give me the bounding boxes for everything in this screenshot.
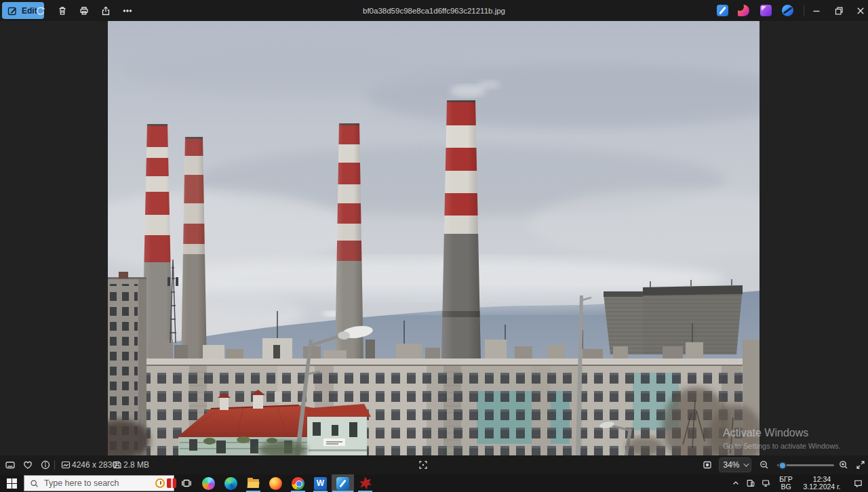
photo-image[interactable] (108, 21, 760, 455)
statusbar-divider (54, 460, 55, 470)
taskbar-item-photos[interactable] (332, 474, 354, 492)
blue-slash-app-icon[interactable] (782, 5, 793, 16)
taskbar-item-photo-editor[interactable] (354, 474, 376, 492)
taskbar-item-edge[interactable] (220, 474, 242, 492)
filmstrip-toggle-button[interactable] (1, 457, 19, 473)
language-indicator[interactable]: БГР BG (774, 474, 797, 492)
minimize-button[interactable] (806, 0, 827, 21)
info-icon (40, 459, 51, 470)
word-icon: W (314, 477, 327, 490)
purple-app-icon[interactable] (760, 5, 772, 16)
titlebar: Edit bf0a38d59c98e8ca1d6 (0, 0, 868, 21)
taskbar-item-firefox[interactable] (264, 474, 287, 492)
minimize-icon (811, 5, 822, 16)
firefox-icon (269, 477, 282, 490)
tray-device-icon-button[interactable] (743, 474, 758, 492)
close-icon (855, 5, 866, 16)
language-code-bottom: BG (779, 483, 793, 491)
restore-button[interactable] (829, 0, 849, 21)
task-view-icon (180, 477, 193, 489)
close-button[interactable] (850, 0, 868, 21)
tray-overflow-chevron[interactable] (728, 474, 743, 492)
photos-icon (336, 477, 349, 490)
zoom-level-dropdown[interactable]: 34% (719, 457, 751, 472)
tray-date: 3.12.2024 г. (797, 483, 846, 491)
taskbar-item-chrome[interactable] (287, 474, 309, 492)
word-letter: W (317, 478, 324, 488)
delete-button[interactable] (52, 0, 73, 21)
network-icon (762, 478, 771, 488)
zoom-out-button[interactable] (755, 457, 773, 473)
start-button[interactable] (0, 474, 23, 492)
ellipsis-icon (122, 5, 133, 16)
more-options-button[interactable] (117, 0, 138, 21)
taskbar-search[interactable] (24, 475, 174, 491)
actual-size-button[interactable] (414, 457, 432, 473)
orange-crescent-app-icon[interactable] (738, 5, 749, 16)
system-tray: БГР BG 12:34 3.12.2024 г. (728, 474, 868, 492)
photos-app-window: Edit bf0a38d59c98e8ca1d6 (0, 0, 868, 492)
rotate-button[interactable] (31, 0, 51, 21)
chevron-down-icon (743, 461, 749, 466)
rotate-icon (35, 5, 46, 16)
blue-edit-app-icon[interactable] (717, 5, 728, 16)
task-view-button[interactable] (175, 474, 197, 492)
taskbar-apps: W (175, 474, 376, 492)
fullscreen-icon (855, 459, 866, 470)
zoom-fit-button[interactable] (698, 457, 716, 473)
taskbar: W БГР BG (0, 474, 868, 492)
titlebar-separator (804, 5, 804, 16)
photo-canvas: Activate Windows Go to Settings to activ… (0, 21, 868, 455)
share-icon (100, 5, 111, 16)
network-icon-button[interactable] (758, 474, 774, 492)
printer-icon (79, 5, 90, 16)
share-button[interactable] (96, 0, 116, 21)
search-input[interactable] (39, 478, 153, 488)
file-explorer-icon (247, 477, 260, 490)
red-editor-icon (359, 477, 372, 490)
locate-frame-icon (418, 459, 429, 470)
zoom-level-value: 34% (723, 460, 739, 470)
chrome-icon (292, 477, 304, 490)
filmstrip-icon (5, 459, 16, 470)
trash-icon (57, 5, 68, 16)
zoom-slider[interactable] (777, 464, 834, 466)
search-icon (30, 479, 39, 488)
filesize-value: 2.8 MB (123, 460, 149, 470)
zoom-fit-icon (702, 459, 713, 470)
copilot-icon (202, 477, 215, 490)
print-button[interactable] (74, 0, 94, 21)
favorite-button[interactable] (19, 457, 37, 473)
edge-icon (224, 477, 237, 490)
edit-icon (7, 5, 18, 16)
phone-monitor-icon (746, 478, 755, 488)
alarm-clock-emoji-icon[interactable] (155, 478, 165, 488)
restore-icon (833, 5, 844, 16)
clock-indicator[interactable]: 12:34 3.12.2024 г. (797, 474, 848, 492)
action-center-button[interactable] (848, 474, 868, 492)
statusbar: 4246 x 2830 2.8 MB 34% (0, 455, 868, 474)
taskbar-item-file-explorer[interactable] (242, 474, 264, 492)
info-button[interactable] (37, 457, 54, 473)
taskbar-item-copilot[interactable] (197, 474, 220, 492)
zoom-in-button[interactable] (835, 457, 852, 473)
image-dimensions-icon (60, 459, 71, 470)
notification-icon (853, 478, 863, 489)
filesize-icon (112, 459, 123, 470)
taskbar-item-word[interactable]: W (309, 474, 332, 492)
windows-logo-icon (7, 478, 17, 489)
heart-icon (22, 459, 33, 470)
zoom-slider-thumb[interactable] (778, 462, 787, 470)
fullscreen-button[interactable] (852, 457, 868, 473)
zoom-in-icon (838, 459, 849, 470)
zoom-out-icon (759, 459, 770, 470)
chevron-up-icon (732, 479, 740, 487)
